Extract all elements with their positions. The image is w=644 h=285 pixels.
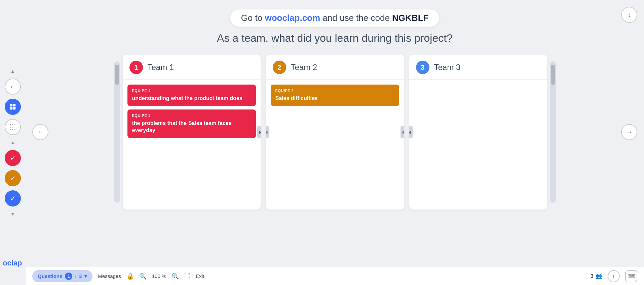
team-3-header: 3 Team 3 — [409, 55, 547, 80]
svg-point-11 — [12, 129, 13, 130]
team-2-badge: 2 — [273, 61, 286, 74]
svg-rect-0 — [10, 104, 12, 106]
team-column-1: 1 Team 1 EQUIPE 1 understanding what the… — [123, 55, 261, 210]
col-3-expand-left[interactable]: ◀ — [409, 126, 413, 138]
svg-rect-1 — [13, 104, 15, 106]
questions-chevron-icon: ▾ — [84, 273, 87, 279]
check-red-button[interactable]: ✓ — [5, 150, 21, 166]
logo-text: oclap — [3, 259, 22, 267]
svg-point-10 — [10, 129, 11, 130]
svg-point-8 — [12, 127, 13, 128]
participant-count: 3 👥 — [591, 273, 602, 279]
team-column-3: 3 Team 3 ◀ — [409, 55, 547, 210]
check-blue-button[interactable]: ✓ — [5, 190, 21, 207]
team-3-cards — [409, 80, 547, 85]
participants-icon: 👥 — [596, 273, 602, 279]
svg-point-12 — [14, 129, 15, 130]
questions-button[interactable]: Questions 1 / 3 ▾ — [32, 270, 92, 282]
dots-grid-button[interactable] — [5, 119, 21, 135]
count-number: 3 — [591, 273, 594, 279]
zoom-in-icon[interactable]: 🔍 — [172, 273, 179, 280]
keyboard-button[interactable]: ⌨ — [625, 270, 637, 282]
card-2-1-text: Sales difficulties — [275, 95, 394, 102]
exit-button[interactable]: Exit — [196, 273, 204, 279]
questions-separator: / — [75, 274, 76, 279]
join-code: NGKBLF — [392, 13, 428, 23]
question-title: As a team, what did you learn during thi… — [217, 32, 453, 44]
messages-label: Messages — [98, 273, 121, 279]
fullscreen-icon[interactable]: ⛶ — [184, 273, 190, 280]
svg-point-7 — [10, 127, 11, 128]
columns-wrapper: 1 Team 1 EQUIPE 1 understanding what the… — [123, 55, 547, 210]
card-1-2: EQUIPE 1 the problems that the Sales tea… — [127, 109, 256, 138]
logo-area: oclap — [0, 259, 22, 267]
card-2-1: EQUIPE 2 Sales difficulties — [271, 85, 399, 106]
team-2-cards: EQUIPE 2 Sales difficulties — [266, 80, 404, 106]
grid-button[interactable] — [5, 99, 21, 115]
zoom-level: 100 % — [152, 273, 166, 279]
svg-point-9 — [14, 127, 15, 128]
team-3-name: Team 3 — [434, 63, 461, 72]
sidebar-up2-icon[interactable]: ▲ — [9, 139, 16, 146]
team-1-header: 1 Team 1 — [123, 55, 261, 80]
team-2-header: 2 Team 2 — [266, 55, 404, 80]
zoom-out-icon[interactable]: 🔍 — [139, 273, 147, 280]
svg-point-4 — [10, 124, 11, 125]
scrollbar-left[interactable] — [114, 61, 120, 203]
svg-point-6 — [14, 124, 15, 125]
card-1-2-text: the problems that the Sales team faces e… — [132, 120, 251, 134]
scrollbar-right[interactable] — [550, 61, 556, 203]
sidebar: ▲ ← ▲ ✓ ✓ ✓ ▼ oclap — [0, 0, 26, 285]
questions-label: Questions — [38, 273, 62, 279]
questions-badge: 1 — [65, 273, 72, 280]
info-button[interactable]: i — [608, 270, 620, 282]
card-1-1-text: understanding what the product team does — [132, 95, 251, 102]
card-1-1-label: EQUIPE 1 — [132, 89, 251, 93]
sidebar-down-icon[interactable]: ▼ — [9, 211, 16, 217]
exit-label: Exit — [196, 273, 204, 279]
team-2-name: Team 2 — [291, 63, 317, 72]
main-area: ← 1 Team 1 EQUIPE 1 understanding what t… — [26, 48, 644, 216]
code-pill: Go to wooclap.com and use the code NGKBL… — [230, 9, 440, 27]
card-1-1: EQUIPE 1 understanding what the product … — [127, 85, 256, 106]
col-2-expand-left[interactable]: ◀ — [266, 126, 269, 138]
header: Go to wooclap.com and use the code NGKBL… — [26, 0, 644, 44]
code-middle: and use the code — [320, 13, 392, 23]
sidebar-up-icon[interactable]: ▲ — [9, 68, 16, 74]
lock-icon: 🔒 — [126, 273, 134, 280]
team-1-name: Team 1 — [148, 63, 174, 72]
messages-button[interactable]: Messages — [98, 273, 121, 279]
code-prefix: Go to — [241, 13, 265, 23]
bottom-toolbar: Questions 1 / 3 ▾ Messages 🔒 🔍 100 % 🔍 ⛶… — [26, 267, 644, 285]
svg-rect-2 — [10, 107, 12, 109]
back-arrow-button[interactable]: ← — [5, 78, 21, 95]
brand-name: wooclap.com — [265, 13, 320, 23]
card-2-1-label: EQUIPE 2 — [275, 89, 394, 93]
prev-button[interactable]: ← — [32, 124, 48, 140]
team-1-cards: EQUIPE 1 understanding what the product … — [123, 80, 261, 138]
team-1-badge: 1 — [129, 61, 143, 74]
svg-point-5 — [12, 124, 13, 125]
check-orange-button[interactable]: ✓ — [5, 170, 21, 186]
col-2-expand-right[interactable]: ▶ — [401, 126, 404, 138]
next-button[interactable]: → — [621, 124, 637, 140]
card-1-2-label: EQUIPE 1 — [132, 114, 251, 118]
scroll-button[interactable]: ↕ — [621, 7, 637, 23]
team-3-badge: 3 — [416, 61, 429, 74]
team-column-2: 2 Team 2 EQUIPE 2 Sales difficulties ◀ ▶ — [266, 55, 404, 210]
svg-rect-3 — [13, 107, 15, 109]
col-1-expand-right[interactable]: ▶ — [257, 126, 261, 138]
questions-total: 3 — [79, 273, 82, 279]
